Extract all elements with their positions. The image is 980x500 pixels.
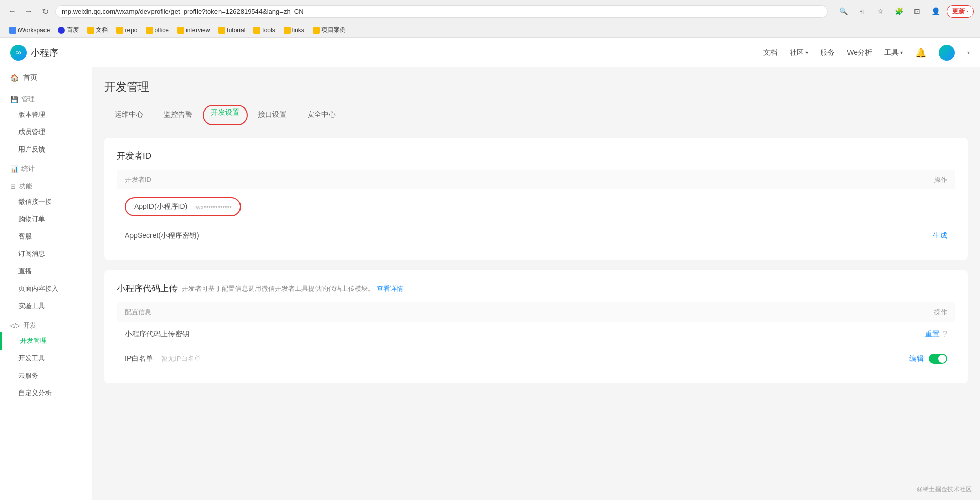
bookmark-label: repo [125,27,137,34]
app-name: 小程序 [31,47,58,59]
bookmark-icon-repo [116,27,123,34]
sidebar: 🏠 首页 💾 管理 版本管理 成员管理 用户反馈 📊 统计 ⊞ 功能 微信接一接… [0,67,92,500]
split-screen-icon[interactable]: ⊡ [910,4,924,18]
bookmark-icon-tutorial [218,27,225,34]
bookmark-label: interview [186,27,210,34]
appsecret-label: AppSecret(小程序密钥) [125,231,199,241]
sidebar-item-customer-service[interactable]: 客服 [0,228,92,245]
sidebar-item-member-mgmt[interactable]: 成员管理 [0,123,92,141]
profile-icon[interactable]: 👤 [928,4,943,18]
main-content: 开发管理 运维中心 监控告警 开发设置 接口设置 安全中心 开发者ID 开发者I… [92,67,980,500]
bookmark-icon-baidu [58,27,65,34]
nav-refresh-button[interactable]: ↻ [39,5,51,17]
notification-bell-icon[interactable]: 🔔 [915,47,926,58]
home-icon: 🏠 [10,74,19,82]
nav-back-button[interactable]: ← [6,5,18,17]
dev-label: 开发 [23,321,36,330]
sidebar-item-subscription-msg[interactable]: 订阅消息 [0,245,92,263]
appsecret-generate-button[interactable]: 生成 [933,231,947,241]
upload-title-row: 小程序代码上传 开发者可基于配置信息调用微信开发者工具提供的代码上传模块。 查看… [117,282,955,294]
nav-forward-button[interactable]: → [23,5,35,17]
stats-icon: 📊 [10,165,18,173]
tab-dev-settings[interactable]: 开发设置 [203,105,248,125]
nav-community[interactable]: 社区 ▾ [790,48,808,57]
sidebar-section-management: 💾 管理 [0,89,92,106]
bookmark-links[interactable]: links [280,26,308,35]
sidebar-item-wechat-link[interactable]: 微信接一接 [0,193,92,210]
browser-actions: 🔍 ⎗ ☆ 🧩 ⊡ 👤 更新 · [836,4,974,18]
sidebar-item-version-mgmt[interactable]: 版本管理 [0,106,92,123]
sidebar-item-live[interactable]: 直播 [0,263,92,280]
sidebar-item-home[interactable]: 🏠 首页 [0,67,92,89]
upload-secret-reset-button[interactable]: 重置 [925,330,940,339]
developer-id-card: 开发者ID 开发者ID 操作 AppID(小程序ID) wx••••••••••… [104,138,968,260]
upload-secret-help-icon[interactable]: ? [943,330,947,339]
upload-subtitle-text: 开发者可基于配置信息调用微信开发者工具提供的代码上传模块。 [182,285,375,292]
nav-we-analysis[interactable]: We分析 [847,48,872,57]
tab-monitor-alert[interactable]: 监控告警 [154,105,203,125]
update-button[interactable]: 更新 · [947,5,974,18]
tab-operations-center[interactable]: 运维中心 [104,105,154,125]
sidebar-item-user-feedback[interactable]: 用户反馈 [0,141,92,158]
management-label: 管理 [21,95,35,104]
bookmark-label: links [292,27,304,34]
sidebar-home-label: 首页 [23,73,37,82]
header-col-config-info: 配置信息 [125,308,151,317]
bookmark-icon-iworkspace [9,27,16,34]
share-icon[interactable]: ⎗ [855,4,869,18]
header-col-operation: 操作 [934,308,947,317]
stats-label: 统计 [21,164,35,173]
app-nav: 文档 社区 ▾ 服务 We分析 工具 ▾ 🔔 ▾ [763,45,970,61]
upload-secret-row: 小程序代码上传密钥 重置 ? [117,322,955,346]
upload-title: 小程序代码上传 [117,282,178,294]
sidebar-item-dev-tools[interactable]: 开发工具 [0,350,92,367]
bookmark-repo[interactable]: repo [113,26,140,35]
bookmark-doc[interactable]: 文档 [84,25,111,35]
dev-icon: </> [10,322,20,330]
sidebar-item-shopping-order[interactable]: 购物订单 [0,210,92,228]
sidebar-item-cloud-service[interactable]: 云服务 [0,367,92,384]
sidebar-item-custom-analysis[interactable]: 自定义分析 [0,384,92,402]
main-layout: 🏠 首页 💾 管理 版本管理 成员管理 用户反馈 📊 统计 ⊞ 功能 微信接一接… [0,67,980,500]
functions-label: 功能 [19,182,32,191]
upload-secret-actions: 重置 ? [925,330,947,339]
ip-whitelist-toggle[interactable] [929,354,947,364]
upload-secret-label: 小程序代码上传密钥 [125,330,189,339]
sidebar-item-dev-management[interactable]: 开发管理 [0,332,92,350]
bookmark-iworkspace[interactable]: iWorkspace [6,26,53,35]
bookmark-icon[interactable]: ☆ [873,4,887,18]
app-logo[interactable]: ∞ 小程序 [10,45,58,61]
avatar-dropdown-icon[interactable]: ▾ [967,50,970,55]
extension-icon[interactable]: 🧩 [891,4,906,18]
bookmark-icon-project [313,27,320,34]
user-avatar[interactable] [939,45,955,61]
address-bar[interactable]: mp.weixin.qq.com/wxamp/devprofile/get_pr… [55,5,828,18]
address-text: mp.weixin.qq.com/wxamp/devprofile/get_pr… [62,8,821,15]
nav-tools[interactable]: 工具 ▾ [884,48,903,57]
browser-toolbar: ← → ↻ mp.weixin.qq.com/wxamp/devprofile/… [0,0,980,23]
upload-table-header: 配置信息 操作 [117,302,955,322]
bookmark-tutorial[interactable]: tutorial [215,26,248,35]
sidebar-item-page-content[interactable]: 页面内容接入 [0,280,92,297]
bookmark-project-cases[interactable]: 项目案例 [310,25,349,35]
tab-interface-settings[interactable]: 接口设置 [248,105,297,125]
bookmark-label: office [155,27,169,34]
upload-detail-link[interactable]: 查看详情 [377,285,403,292]
bookmark-interview[interactable]: interview [174,26,213,35]
upload-code-card: 小程序代码上传 开发者可基于配置信息调用微信开发者工具提供的代码上传模块。 查看… [104,270,968,383]
tab-security-center[interactable]: 安全中心 [297,105,346,125]
sidebar-item-experiment-tools[interactable]: 实验工具 [0,297,92,315]
bookmark-baidu[interactable]: 百度 [55,25,82,35]
ip-whitelist-edit-button[interactable]: 编辑 [909,354,924,363]
nav-docs[interactable]: 文档 [763,48,777,57]
bookmark-label: iWorkspace [18,27,50,34]
bookmark-label: 百度 [67,26,79,34]
header-col-operation: 操作 [934,175,947,184]
bookmark-office[interactable]: office [143,26,172,35]
nav-service[interactable]: 服务 [820,48,835,57]
bookmark-label: 项目案例 [321,26,346,34]
page-title: 开发管理 [104,79,968,95]
developer-id-title: 开发者ID [117,150,955,162]
bookmark-tools[interactable]: tools [250,26,278,35]
search-icon[interactable]: 🔍 [836,4,851,18]
